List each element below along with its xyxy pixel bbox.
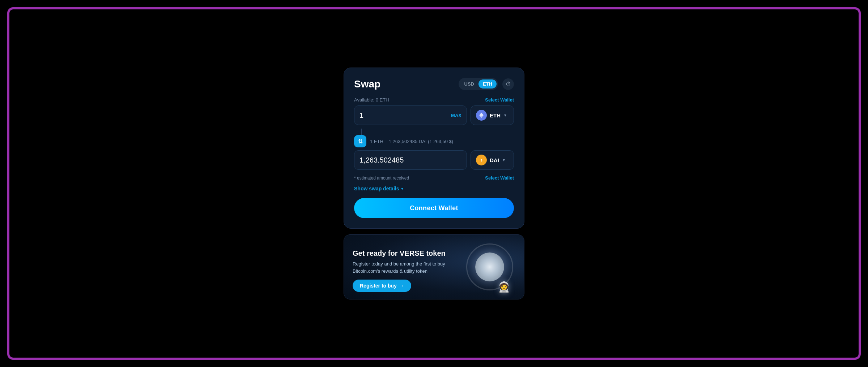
- usd-btn[interactable]: USD: [460, 79, 478, 88]
- outer-frame: Swap USD ETH ⏱ Available: 0 ETH Select W…: [7, 7, 861, 360]
- from-token-selector[interactable]: ETH ▾: [471, 105, 514, 125]
- available-text: Available: 0 ETH: [354, 97, 389, 103]
- svg-text:$: $: [480, 159, 482, 162]
- show-swap-details-label: Show swap details: [354, 186, 399, 191]
- rate-text: 1 ETH = 1 263,502485 DAI (1 263,50 $): [370, 139, 453, 144]
- show-swap-details-chevron: ▾: [401, 186, 403, 191]
- currency-toggle: USD ETH: [459, 78, 498, 90]
- clock-icon: ⏱: [506, 81, 511, 87]
- select-wallet-top[interactable]: Select Wallet: [485, 97, 514, 103]
- verse-description: Register today and be among the first to…: [353, 260, 447, 275]
- center-column: Swap USD ETH ⏱ Available: 0 ETH Select W…: [344, 68, 524, 299]
- from-token-chevron: ▾: [504, 113, 506, 118]
- to-amount-wrap: [354, 150, 467, 170]
- vertical-line: [361, 129, 362, 135]
- verse-content: Get ready for VERSE token Register today…: [344, 241, 524, 299]
- swap-icon-row: ⇅ 1 ETH = 1 263,502485 DAI (1 263,50 $): [354, 135, 453, 147]
- swap-direction-button[interactable]: ⇅: [354, 135, 366, 147]
- from-amount-wrap: MAX: [354, 105, 467, 125]
- eth-btn[interactable]: ETH: [478, 79, 497, 88]
- register-to-buy-button[interactable]: Register to buy →: [353, 280, 411, 292]
- swap-header: Swap USD ETH ⏱: [354, 78, 514, 90]
- swap-middle: ⇅ 1 ETH = 1 263,502485 DAI (1 263,50 $): [354, 129, 514, 147]
- to-token-selector[interactable]: $ DAI ▾: [471, 150, 514, 170]
- dai-token-icon: $: [476, 155, 487, 165]
- eth-token-icon: [476, 110, 487, 121]
- verse-title: Get ready for VERSE token: [353, 249, 515, 258]
- to-input-row: $ DAI ▾: [354, 150, 514, 170]
- swap-card: Swap USD ETH ⏱ Available: 0 ETH Select W…: [344, 68, 524, 229]
- register-btn-arrow: →: [399, 283, 404, 289]
- register-btn-label: Register to buy: [360, 283, 397, 289]
- available-row-bottom: * estimated amount received Select Walle…: [354, 173, 514, 182]
- max-button[interactable]: MAX: [451, 113, 461, 118]
- verse-banner: 🧑‍🚀 Get ready for VERSE token Register t…: [344, 234, 524, 299]
- to-token-name: DAI: [490, 157, 499, 163]
- from-amount-input[interactable]: [359, 111, 449, 120]
- swap-arrows-icon: ⇅: [358, 138, 363, 145]
- select-wallet-bottom[interactable]: Select Wallet: [485, 175, 514, 181]
- clock-button[interactable]: ⏱: [502, 78, 514, 90]
- swap-title: Swap: [354, 78, 380, 90]
- from-token-name: ETH: [490, 112, 501, 118]
- from-input-row: MAX ETH ▾: [354, 105, 514, 125]
- to-amount-input[interactable]: [359, 156, 461, 164]
- estimated-text: * estimated amount received: [354, 176, 409, 181]
- show-swap-details[interactable]: Show swap details ▾: [354, 186, 514, 191]
- available-row-top: Available: 0 ETH Select Wallet: [354, 97, 514, 103]
- connect-wallet-button[interactable]: Connect Wallet: [354, 198, 514, 218]
- to-token-chevron: ▾: [503, 157, 505, 163]
